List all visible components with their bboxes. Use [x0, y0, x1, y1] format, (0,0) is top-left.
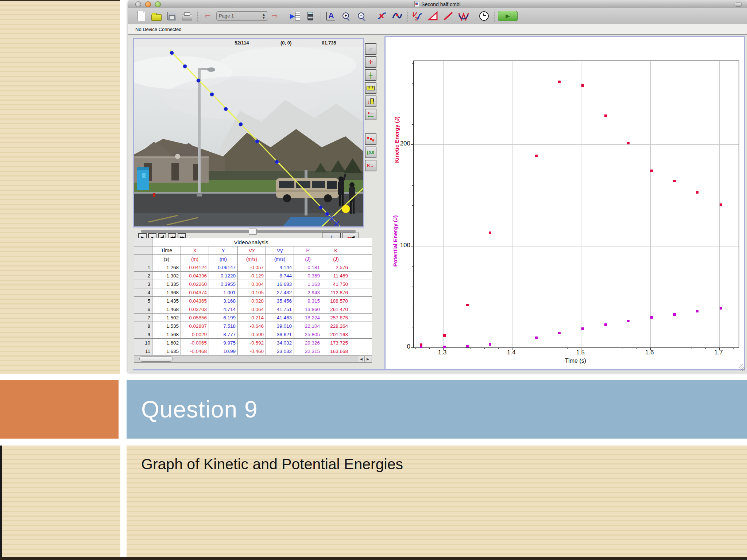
data-point-kinetic-6[interactable] [558, 81, 561, 83]
statistics-button[interactable]: 12 [411, 10, 424, 22]
cell-y-8[interactable]: 7.518 [209, 322, 238, 330]
data-point-potential-8[interactable] [604, 323, 607, 326]
data-point-kinetic-10[interactable] [650, 170, 653, 172]
data-point-kinetic-7[interactable] [581, 84, 584, 87]
cell-vy-4[interactable]: 27.432 [266, 288, 294, 297]
cell-p-9[interactable]: 25.805 [294, 330, 322, 339]
data-point-kinetic-13[interactable] [720, 203, 722, 206]
cell-vy-3[interactable]: 16.683 [266, 280, 294, 288]
cell-y-6[interactable]: 4.714 [209, 305, 238, 314]
cell-time-1[interactable]: 1.268 [152, 263, 181, 272]
cell-time-6[interactable]: 1.468 [152, 305, 181, 314]
cell-vy-9[interactable]: 36.621 [266, 330, 294, 339]
cell-p-11[interactable]: 32.315 [294, 347, 322, 355]
linear-fit-button[interactable] [442, 10, 455, 22]
cell-vy-8[interactable]: 39.010 [266, 322, 294, 330]
column-unit-x[interactable]: (m) [181, 255, 209, 263]
cell-p-5[interactable]: 9.315 [294, 297, 322, 305]
column-unit-time[interactable]: (s) [152, 255, 181, 263]
table-horizontal-scrollbar[interactable]: ◀ ▶ [134, 355, 372, 363]
cell-p-4[interactable]: 2.943 [294, 288, 322, 297]
data-point-kinetic-12[interactable] [696, 191, 698, 194]
cell-time-7[interactable]: 1.502 [152, 314, 181, 322]
column-unit-p[interactable]: (J) [294, 255, 322, 263]
cell-k-2[interactable]: 11.469 [322, 272, 350, 280]
cell-k-8[interactable]: 228.264 [322, 322, 350, 330]
column-header-x[interactable]: X [181, 246, 209, 255]
calculator-button[interactable] [304, 10, 317, 22]
cell-k-10[interactable]: 173.725 [322, 339, 350, 347]
data-point-potential-12[interactable] [696, 310, 698, 312]
video-scrubber-handle[interactable] [249, 229, 257, 235]
active-point-marker[interactable] [342, 205, 350, 213]
data-point-potential-10[interactable] [650, 316, 653, 319]
column-header-y[interactable]: Y [209, 246, 238, 255]
cell-x-1[interactable]: 0.04124 [181, 263, 209, 272]
next-page-button[interactable]: ⇨ [268, 10, 281, 22]
cell-p-3[interactable]: 1.163 [294, 280, 322, 288]
cell-time-5[interactable]: 1.435 [152, 297, 181, 305]
video-set-scale-tool[interactable]: ↕ [365, 96, 376, 107]
cell-vx-1[interactable]: -0.057 [238, 263, 266, 272]
cell-y-2[interactable]: 0.1220 [209, 272, 238, 280]
column-header-time[interactable]: Time [152, 246, 181, 255]
data-point-potential-4[interactable] [489, 343, 491, 346]
zoom-out-button[interactable]: − [355, 10, 368, 22]
column-header-p[interactable]: P [294, 246, 322, 255]
integral-button[interactable] [426, 10, 440, 22]
scroll-left-icon[interactable]: ◀ [358, 356, 365, 362]
cell-x-10[interactable]: -0.0065 [181, 339, 209, 347]
cell-k-9[interactable]: 201.163 [322, 330, 350, 339]
page-select[interactable]: Page 1 ▲▼ [216, 11, 268, 21]
cell-y-4[interactable]: 1.001 [209, 288, 238, 297]
video-panel[interactable]: 52/114 (0, 0) 01.735 [133, 38, 364, 228]
cell-time-11[interactable]: 1.635 [152, 347, 181, 355]
column-header-vx[interactable]: Vx [238, 246, 266, 255]
cell-x-6[interactable]: 0.03703 [181, 305, 209, 314]
video-photo-distance-tool[interactable] [365, 82, 376, 94]
data-point-potential-6[interactable] [558, 332, 561, 334]
data-point-potential-11[interactable] [673, 313, 676, 316]
cell-time-9[interactable]: 1.568 [152, 330, 181, 339]
window-titlebar[interactable]: Second half.cmbl [128, 0, 747, 8]
column-unit-vy[interactable]: (m/s) [266, 255, 294, 263]
data-point-kinetic-3[interactable] [466, 304, 469, 306]
cell-vy-11[interactable]: 33.032 [266, 347, 294, 355]
data-point-kinetic-9[interactable] [627, 142, 630, 144]
cell-y-10[interactable]: 9.975 [209, 339, 238, 347]
examine-button[interactable] [375, 10, 388, 22]
video-frame[interactable] [134, 47, 363, 226]
cell-p-8[interactable]: 22.104 [294, 322, 322, 330]
video-set-origin-tool[interactable]: ┼ [365, 69, 376, 81]
data-point-potential-3[interactable] [466, 345, 469, 347]
tangent-button[interactable] [391, 10, 404, 22]
video-show-scale-tool[interactable]: K↔ [365, 160, 376, 171]
data-point-potential-1[interactable] [420, 346, 422, 348]
collect-button[interactable]: ▶ [498, 11, 518, 21]
curve-fit-button[interactable] [457, 10, 470, 22]
cell-vx-5[interactable]: 0.028 [238, 297, 266, 305]
column-header-k[interactable]: K [322, 246, 350, 255]
data-point-kinetic-8[interactable] [604, 114, 607, 117]
column-header-vy[interactable]: Vy [266, 246, 294, 255]
cell-x-7[interactable]: 0.05856 [181, 314, 209, 322]
cell-time-10[interactable]: 1.602 [152, 339, 181, 347]
data-point-kinetic-2[interactable] [443, 334, 446, 337]
data-point-potential-13[interactable] [720, 307, 722, 310]
toolbar-toggle-lozenge-icon[interactable] [735, 3, 742, 7]
cell-vx-11[interactable]: -0.460 [238, 347, 266, 355]
data-point-potential-9[interactable] [627, 320, 630, 322]
graph-panel[interactable]: Kinetic Energy (J) Potential Energy (J) … [384, 36, 745, 370]
video-point-series-tool[interactable]: ●—●— [365, 109, 376, 120]
column-unit-y[interactable]: (m) [209, 255, 238, 263]
cell-vx-6[interactable]: 0.064 [238, 305, 266, 314]
cell-y-3[interactable]: 0.3955 [209, 280, 238, 288]
cell-k-7[interactable]: 257.875 [322, 314, 350, 322]
cell-y-7[interactable]: 6.199 [209, 314, 238, 322]
column-unit-vx[interactable]: (m/s) [238, 255, 266, 263]
data-point-potential-2[interactable] [443, 346, 446, 348]
data-point-potential-5[interactable] [535, 337, 538, 339]
cell-y-5[interactable]: 3.168 [209, 297, 238, 305]
previous-page-button[interactable]: ⇦ [201, 10, 214, 22]
cell-vx-7[interactable]: -0.214 [238, 314, 266, 322]
